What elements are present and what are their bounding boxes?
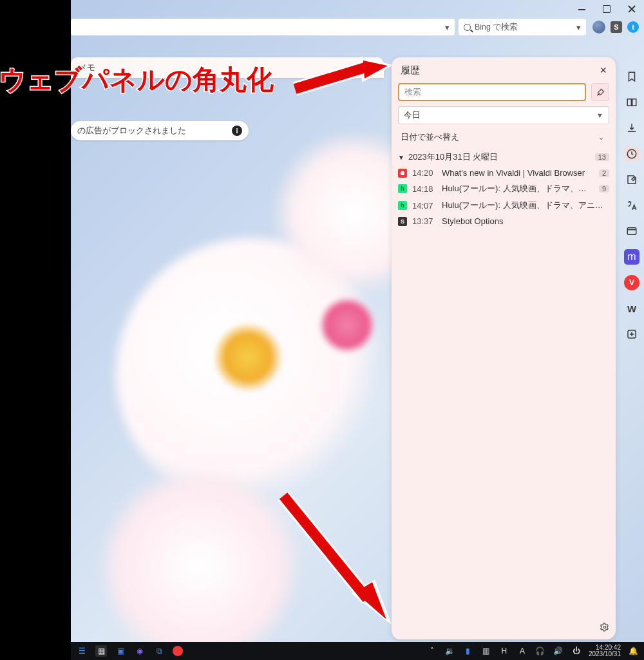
history-item-badge: 2 xyxy=(599,169,609,177)
annotation-arrow-bottom xyxy=(270,489,399,631)
taskbar-app-icon[interactable]: ▣ xyxy=(115,645,126,657)
maximize-button[interactable] xyxy=(603,5,611,13)
side-panel-rail: m V W xyxy=(620,57,644,639)
tray-notifications-icon[interactable]: 🔔 xyxy=(627,645,639,657)
mastodon-panel-button[interactable]: m xyxy=(624,249,639,265)
tray-volume-icon[interactable]: 🔉 xyxy=(444,645,456,657)
tray-headset-icon[interactable]: 🎧 xyxy=(535,645,546,657)
history-item-time: 14:18 xyxy=(412,184,437,194)
history-date-header[interactable]: ▼ 2023年10月31日 火曜日 13 xyxy=(398,149,609,165)
left-black-strip xyxy=(0,0,71,660)
history-panel-button[interactable] xyxy=(624,146,639,162)
tray-power-icon[interactable]: ⏻ xyxy=(571,645,582,657)
notes-panel-button[interactable] xyxy=(624,172,639,187)
chevron-down-icon: ⌄ xyxy=(598,133,604,142)
tray-app-icon[interactable]: ▥ xyxy=(480,645,492,657)
history-item-badge: 9 xyxy=(599,185,609,193)
annotation-title: ウェブパネルの角丸化 xyxy=(0,62,274,98)
taskbar: ☰ ▦ ▣ ◉ ⧉ ˄ 🔉 ▮ ▥ H A 🎧 🔊 ⏻ 14:20:42 202… xyxy=(71,642,644,660)
svg-point-5 xyxy=(603,626,606,628)
downloads-panel-button[interactable] xyxy=(624,120,639,136)
history-range-value: 今日 xyxy=(404,109,421,121)
taskbar-clock[interactable]: 14:20:42 2023/10/31 xyxy=(589,645,621,657)
history-item-time: 14:07 xyxy=(412,201,437,211)
window-panel-button[interactable] xyxy=(624,223,639,239)
history-sort-select[interactable]: 日付で並べ替え ⌄ xyxy=(398,128,609,146)
extension-twitter-icon[interactable]: t xyxy=(627,21,639,33)
history-item-title: What's new in Vivaldi | Vivaldi Browser xyxy=(442,168,594,178)
tray-letter-icon[interactable]: H xyxy=(498,645,510,657)
wikipedia-panel-button[interactable]: W xyxy=(624,301,639,316)
reading-list-panel-button[interactable] xyxy=(624,95,639,110)
history-item-title: Hulu(フールー): 人気映画、ドラマ、アニメが見放… xyxy=(442,200,609,211)
history-item[interactable]: h 14:07 Hulu(フールー): 人気映画、ドラマ、アニメが見放… xyxy=(398,197,609,214)
minimize-button[interactable] xyxy=(578,5,586,13)
history-item-title: Hulu(フールー): 人気映画、ドラマ、アニメが見… xyxy=(442,183,594,194)
history-title: 履歴 xyxy=(401,64,420,77)
info-icon[interactable]: i xyxy=(232,126,242,136)
tray-letter-icon[interactable]: A xyxy=(516,645,528,657)
favicon-stylebot-icon: S xyxy=(398,217,407,226)
adblock-notice: の広告がブロックされました i xyxy=(71,121,249,140)
window-controls xyxy=(574,3,639,15)
profile-avatar[interactable] xyxy=(592,21,605,33)
history-range-select[interactable]: 今日 ▼ xyxy=(398,106,609,124)
history-list: ▼ 2023年10月31日 火曜日 13 14:20 What's new in… xyxy=(392,149,616,229)
chevron-down-icon[interactable]: ▾ xyxy=(576,23,581,32)
clear-history-button[interactable] xyxy=(591,83,609,101)
taskbar-app-icon[interactable]: ▦ xyxy=(95,645,107,657)
favicon-hulu-icon: h xyxy=(398,184,407,193)
history-item[interactable]: 14:20 What's new in Vivaldi | Vivaldi Br… xyxy=(398,165,609,180)
clock-date: 2023/10/31 xyxy=(589,651,621,657)
tray-chevron-up-icon[interactable]: ˄ xyxy=(426,645,438,657)
search-placeholder: Bing で検索 xyxy=(475,22,518,33)
gear-icon[interactable] xyxy=(600,623,609,634)
history-item-time: 14:20 xyxy=(412,168,437,178)
extension-stylebot-icon[interactable]: S xyxy=(611,21,622,33)
favicon-vivaldi-icon xyxy=(398,169,407,178)
history-sort-label: 日付で並べ替え xyxy=(401,131,459,143)
tray-volume-icon[interactable]: 🔊 xyxy=(553,645,564,657)
search-icon xyxy=(464,24,471,31)
history-panel: 履歴 × 検索 今日 ▼ 日付で並べ替え ⌄ ▼ 2023年10月31日 火曜日… xyxy=(392,57,616,639)
history-item-title: Stylebot Options xyxy=(442,216,609,226)
taskbar-vivaldi-icon[interactable] xyxy=(173,646,183,656)
close-button[interactable] xyxy=(627,5,635,13)
vivaldi-panel-button[interactable]: V xyxy=(624,275,639,290)
triangle-down-icon: ▼ xyxy=(398,154,404,161)
bookmarks-panel-button[interactable] xyxy=(624,69,639,84)
close-icon[interactable]: × xyxy=(600,64,607,77)
add-panel-button[interactable] xyxy=(624,326,639,342)
search-input[interactable]: Bing で検索 ▾ xyxy=(459,19,586,35)
history-item[interactable]: h 14:18 Hulu(フールー): 人気映画、ドラマ、アニメが見… 9 xyxy=(398,180,609,197)
tray-app-icon[interactable]: ▮ xyxy=(462,645,474,657)
taskbar-app-icon[interactable]: ◉ xyxy=(134,645,146,657)
adblock-text: の広告がブロックされました xyxy=(77,126,186,137)
annotation-arrow-top xyxy=(290,55,399,100)
taskbar-vscode-icon[interactable]: ⧉ xyxy=(153,645,165,657)
history-item-time: 13:37 xyxy=(412,216,437,226)
svg-rect-7 xyxy=(627,228,636,235)
history-date-text: 2023年10月31日 火曜日 xyxy=(408,151,498,163)
history-search-placeholder: 検索 xyxy=(404,86,421,98)
chevron-down-icon[interactable]: ▾ xyxy=(445,23,450,32)
translate-panel-button[interactable] xyxy=(624,198,639,213)
address-input[interactable]: ▾ xyxy=(71,19,455,35)
history-search-input[interactable]: 検索 xyxy=(398,83,586,101)
address-bar-row: ▾ Bing で検索 ▾ S t xyxy=(71,18,639,36)
history-item[interactable]: S 13:37 Stylebot Options xyxy=(398,214,609,229)
history-date-count: 13 xyxy=(595,153,609,161)
chevron-down-icon: ▼ xyxy=(596,111,603,119)
favicon-hulu-icon: h xyxy=(398,201,407,210)
taskbar-stack-icon[interactable]: ☰ xyxy=(76,645,88,657)
